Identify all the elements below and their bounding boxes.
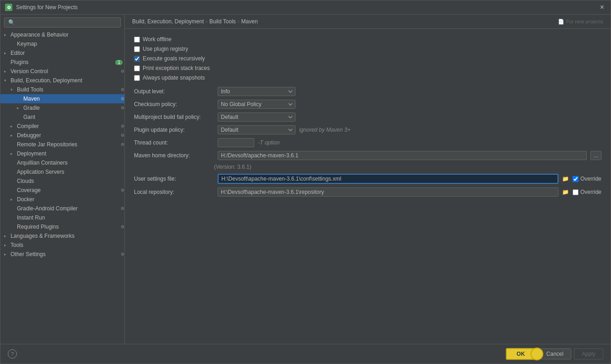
user-settings-override-checkbox[interactable] [573, 176, 579, 182]
maven-home-browse-button[interactable]: ... [590, 151, 601, 160]
work-offline-checkbox[interactable] [134, 37, 140, 43]
close-button[interactable]: × [598, 3, 606, 11]
sidebar-item-app-servers[interactable]: Application Servers [0, 167, 124, 177]
new-projects-label: 📄 For new projects [558, 19, 603, 25]
sidebar-item-plugins[interactable]: Plugins 1 [0, 58, 124, 67]
sidebar-item-required-plugins[interactable]: Required Plugins ⚙ [0, 222, 124, 231]
breadcrumb-sep-1: › [206, 18, 208, 25]
sidebar-item-appearance[interactable]: Appearance & Behavior [0, 30, 124, 39]
sidebar-item-version-control[interactable]: Version Control ⚙ [0, 67, 124, 76]
print-stack-traces-row: Print exception stack traces [134, 65, 601, 71]
sidebar-item-gant[interactable]: Gant [0, 112, 124, 122]
multiproject-policy-select[interactable]: Default Fail Fast Fail Never [218, 112, 295, 122]
checksum-policy-row: Checksum policy: No Global Policy Strict… [134, 100, 601, 109]
use-plugin-registry-label: Use plugin registry [143, 46, 188, 52]
sidebar-item-build-execution[interactable]: Build, Execution, Deployment [0, 76, 124, 85]
settings-icon: ⚙ [121, 106, 124, 110]
sidebar-item-editor[interactable]: Editor [0, 48, 124, 58]
thread-count-label: Thread count: [134, 139, 214, 146]
execute-goals-checkbox[interactable] [134, 56, 140, 62]
sidebar-item-deployment[interactable]: Deployment [0, 149, 124, 158]
bottom-bar: ? OK Cancel Apply [0, 344, 611, 364]
settings-icon: ⚙ [121, 96, 124, 101]
sidebar-item-coverage[interactable]: Coverage ⚙ [0, 186, 124, 195]
local-repo-input[interactable] [218, 187, 558, 197]
use-plugin-registry-checkbox[interactable] [134, 46, 140, 52]
sidebar: Appearance & Behavior Keymap Editor Plug… [0, 15, 125, 344]
sidebar-item-other-settings[interactable]: Other Settings ⚙ [0, 250, 124, 259]
arrow-icon [4, 51, 11, 55]
user-settings-label: User settings file: [134, 176, 214, 182]
arrow-icon [4, 252, 11, 257]
content-area: Build, Execution, Deployment › Build Too… [125, 15, 611, 344]
checksum-policy-label: Checksum policy: [134, 101, 214, 107]
sidebar-item-maven[interactable]: Maven ⚙ [0, 94, 124, 103]
thread-count-row: Thread count: -T option [134, 138, 601, 147]
maven-settings-form: Work offline Use plugin registry Execute… [125, 29, 611, 344]
settings-icon: ⚙ [121, 206, 124, 211]
execute-goals-label: Execute goals recursively [143, 55, 205, 62]
breadcrumb-part-3: Maven [241, 18, 258, 25]
user-settings-input[interactable] [218, 174, 558, 184]
sidebar-item-docker[interactable]: Docker [0, 195, 124, 204]
sidebar-item-arquillian[interactable]: Arquillian Containers [0, 158, 124, 167]
dialog-title: Settings for New Projects [16, 4, 595, 11]
search-input[interactable] [4, 17, 121, 27]
arrow-icon [4, 69, 11, 74]
plugin-update-select[interactable]: Default Always Never Interval [218, 125, 295, 134]
settings-icon: ⚙ [121, 69, 124, 74]
local-repo-override: Override [573, 189, 601, 195]
sidebar-item-languages[interactable]: Languages & Frameworks [0, 231, 124, 241]
print-stack-traces-checkbox[interactable] [134, 65, 140, 71]
app-icon: ⚙ [5, 4, 12, 11]
user-settings-override-label: Override [580, 176, 601, 182]
user-settings-override: Override [573, 176, 601, 182]
maven-home-input[interactable] [218, 151, 587, 160]
sidebar-item-remote-jar[interactable]: Remote Jar Repositories ⚙ [0, 140, 124, 149]
output-level-row: Output level: Info Debug Warning Error [134, 87, 601, 96]
sidebar-item-instant-run[interactable]: Instant Run [0, 213, 124, 222]
settings-icon: ⚙ [121, 87, 124, 92]
settings-icon: ⚙ [121, 124, 124, 128]
sidebar-item-build-tools[interactable]: Build Tools ⚙ [0, 85, 124, 94]
always-update-checkbox[interactable] [134, 75, 140, 81]
work-offline-label: Work offline [143, 36, 172, 43]
apply-button[interactable]: Apply [574, 348, 603, 359]
multiproject-policy-label: Multiproject build fail policy: [134, 114, 214, 120]
sidebar-item-gradle[interactable]: Gradle ⚙ [0, 103, 124, 112]
cancel-button[interactable]: Cancel [539, 348, 571, 359]
plugin-update-label: Plugin update policy: [134, 127, 214, 133]
doc-icon: 📄 [558, 19, 564, 25]
settings-icon: ⚙ [121, 133, 124, 138]
settings-icon: ⚙ [121, 142, 124, 147]
thread-count-input[interactable] [218, 138, 254, 147]
plugins-badge: 1 [115, 60, 123, 65]
local-repo-override-checkbox[interactable] [573, 189, 579, 195]
local-repo-folder-icon: 📁 [562, 189, 569, 195]
sidebar-item-tools[interactable]: Tools [0, 241, 124, 250]
sidebar-item-clouds[interactable]: Clouds [0, 177, 124, 186]
sidebar-item-debugger[interactable]: Debugger ⚙ [0, 131, 124, 140]
ok-wrapper: OK [506, 348, 536, 360]
maven-home-row: Maven home directory: ... [134, 151, 601, 160]
always-update-label: Always update snapshots [143, 75, 205, 81]
output-level-label: Output level: [134, 88, 214, 95]
ok-button[interactable]: OK [506, 348, 536, 360]
arrow-icon [4, 243, 11, 247]
multiproject-policy-row: Multiproject build fail policy: Default … [134, 112, 601, 122]
sidebar-item-compiler[interactable]: Compiler ⚙ [0, 122, 124, 131]
arrow-icon [11, 197, 17, 202]
output-level-select[interactable]: Info Debug Warning Error [218, 87, 295, 96]
settings-icon: ⚙ [121, 225, 124, 229]
sidebar-item-keymap[interactable]: Keymap [0, 39, 124, 48]
plugin-update-hint: ignored by Maven 3+ [299, 127, 350, 133]
arrow-icon [11, 133, 17, 138]
plugin-update-row: Plugin update policy: Default Always Nev… [134, 125, 601, 134]
sidebar-item-gradle-android[interactable]: Gradle-Android Compiler ⚙ [0, 204, 124, 213]
thread-count-hint: -T option [258, 139, 279, 146]
local-repo-override-label: Override [580, 189, 601, 195]
local-repo-row: Local repository: 📁 Override [134, 187, 601, 197]
checksum-policy-select[interactable]: No Global Policy Strict Warn [218, 100, 295, 109]
ok-circle [531, 348, 543, 360]
help-button[interactable]: ? [8, 349, 17, 359]
